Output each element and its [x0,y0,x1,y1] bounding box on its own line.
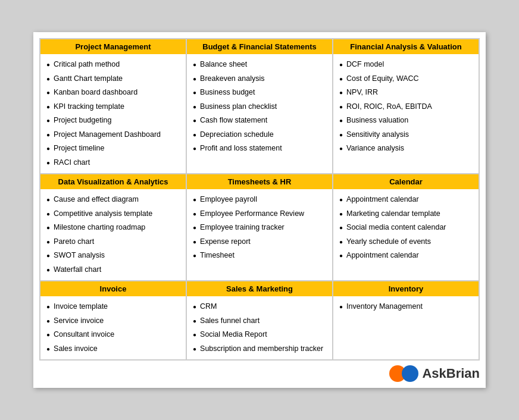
section-list-data-visualization: Cause and effect diagramCompetitive anal… [46,193,180,277]
list-item[interactable]: SWOT analysis [46,249,180,263]
list-item[interactable]: Kanban board dashboard [46,86,180,100]
section-header-invoice: Invoice [40,281,186,296]
list-item[interactable]: Business valuation [339,114,473,128]
list-item[interactable]: Yearly schedule of events [339,235,473,249]
section-list-budget-financial: Balance sheetBreakeven analysisBusiness … [193,58,326,156]
list-item[interactable]: Subscription and membership tracker [193,342,326,356]
section-financial-analysis: Financial Analysis & ValuationDCF modelC… [333,39,479,174]
list-item[interactable]: Sensitivity analysis [339,128,473,142]
section-list-project-management: Critical path methodGantt Chart template… [46,58,180,170]
list-item[interactable]: Gantt Chart template [46,72,180,86]
section-body-sales-marketing: CRMSales funnel chartSocial Media Report… [187,296,332,359]
list-item[interactable]: Inventory Management [339,300,473,314]
list-item[interactable]: Employee payroll [193,193,326,207]
section-list-inventory: Inventory Management [339,300,473,314]
section-header-timesheets-hr: Timesheets & HR [187,174,332,189]
list-item[interactable]: Cause and effect diagram [46,193,180,207]
section-list-timesheets-hr: Employee payrollEmployee Performance Rev… [193,193,326,263]
list-item[interactable]: ROI, ROIC, RoA, EBITDA [339,100,473,114]
list-item[interactable]: Service invoice [46,314,180,328]
section-calendar: CalendarAppointment calendarMarketing ca… [333,174,479,281]
list-item[interactable]: Cash flow statement [193,114,326,128]
section-header-sales-marketing: Sales & Marketing [187,281,332,296]
list-item[interactable]: Appointment calendar [339,249,473,263]
list-item[interactable]: Project budgeting [46,114,180,128]
list-item[interactable]: Employee training tracker [193,221,326,235]
section-list-calendar: Appointment calendarMarketing calendar t… [339,193,473,263]
section-header-project-management: Project Management [40,39,186,54]
list-item[interactable]: Breakeven analysis [193,72,326,86]
section-budget-financial: Budget & Financial StatementsBalance she… [186,39,333,174]
branding-bar: AskBrian [39,365,480,382]
list-item[interactable]: CRM [193,300,326,314]
section-sales-marketing: Sales & MarketingCRMSales funnel chartSo… [186,281,333,360]
sections-grid: Project ManagementCritical path methodGa… [39,38,480,361]
list-item[interactable]: Business budget [193,86,326,100]
section-body-budget-financial: Balance sheetBreakeven analysisBusiness … [187,54,332,159]
list-item[interactable]: Marketing calendar template [339,207,473,221]
section-header-financial-analysis: Financial Analysis & Valuation [333,39,479,54]
logo-blue-circle [402,365,418,382]
list-item[interactable]: Balance sheet [193,58,326,72]
list-item[interactable]: Employee Performance Review [193,207,326,221]
section-body-timesheets-hr: Employee payrollEmployee Performance Rev… [187,189,332,267]
list-item[interactable]: Cost of Equity, WACC [339,72,473,86]
main-card: Project ManagementCritical path methodGa… [33,32,486,388]
section-body-inventory: Inventory Management [333,296,479,318]
section-invoice: InvoiceInvoice templateService invoiceCo… [40,281,186,360]
list-item[interactable]: Critical path method [46,58,180,72]
section-header-calendar: Calendar [333,174,479,189]
section-body-financial-analysis: DCF modelCost of Equity, WACCNPV, IRRROI… [333,54,479,159]
list-item[interactable]: RACI chart [46,156,180,170]
section-header-data-visualization: Data Visualization & Analytics [40,174,186,189]
list-item[interactable]: Social media content calendar [339,221,473,235]
list-item[interactable]: Timesheet [193,249,326,263]
list-item[interactable]: Consultant invoice [46,328,180,342]
list-item[interactable]: Waterfall chart [46,263,180,277]
list-item[interactable]: Sales invoice [46,342,180,356]
section-header-budget-financial: Budget & Financial Statements [187,39,332,54]
section-timesheets-hr: Timesheets & HREmployee payrollEmployee … [186,174,333,281]
list-item[interactable]: NPV, IRR [339,86,473,100]
section-list-sales-marketing: CRMSales funnel chartSocial Media Report… [193,300,326,356]
section-body-data-visualization: Cause and effect diagramCompetitive anal… [40,189,186,280]
list-item[interactable]: Appointment calendar [339,193,473,207]
section-data-visualization: Data Visualization & AnalyticsCause and … [40,174,186,281]
section-project-management: Project ManagementCritical path methodGa… [40,39,186,174]
list-item[interactable]: Milestone charting roadmap [46,221,180,235]
section-inventory: InventoryInventory Management [333,281,479,360]
section-body-invoice: Invoice templateService invoiceConsultan… [40,296,186,359]
list-item[interactable]: KPI tracking template [46,100,180,114]
logo-icon [389,365,418,382]
list-item[interactable]: Invoice template [46,300,180,314]
section-header-inventory: Inventory [333,281,479,296]
branding-name: AskBrian [422,366,480,381]
list-item[interactable]: Profit and loss statement [193,142,326,156]
section-body-project-management: Critical path methodGantt Chart template… [40,54,186,173]
list-item[interactable]: DCF model [339,58,473,72]
list-item[interactable]: Expense report [193,235,326,249]
list-item[interactable]: Project timeline [46,142,180,156]
section-list-invoice: Invoice templateService invoiceConsultan… [46,300,180,356]
list-item[interactable]: Sales funnel chart [193,314,326,328]
list-item[interactable]: Social Media Report [193,328,326,342]
list-item[interactable]: Competitive analysis template [46,207,180,221]
list-item[interactable]: Business plan checklist [193,100,326,114]
list-item[interactable]: Project Management Dashboard [46,128,180,142]
section-list-financial-analysis: DCF modelCost of Equity, WACCNPV, IRRROI… [339,58,473,156]
list-item[interactable]: Pareto chart [46,235,180,249]
list-item[interactable]: Depreciation schedule [193,128,326,142]
section-body-calendar: Appointment calendarMarketing calendar t… [333,189,479,267]
list-item[interactable]: Variance analysis [339,142,473,156]
